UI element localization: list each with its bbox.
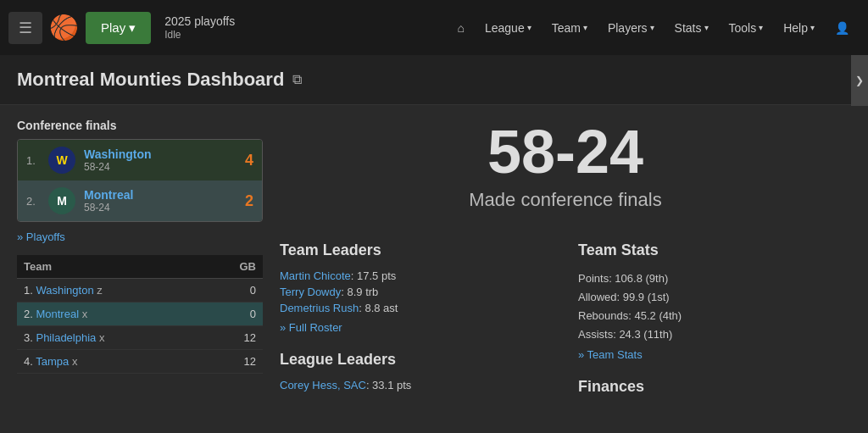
nav-links: ⌂ League ▾ Team ▾ Players ▾ Stats ▾ Tool… (448, 0, 860, 55)
nav-home[interactable]: ⌂ (448, 0, 475, 55)
big-record-section: 58-24 Made conference finals (280, 119, 851, 225)
team-stat-line: Assists: 24.3 (11th) (578, 325, 851, 344)
play-button[interactable]: Play (86, 12, 151, 44)
standings-gb-cell: 0 (203, 279, 263, 303)
main-content: Conference finals 1. W Washington 58-24 … (0, 105, 868, 409)
conf-rank-2: 2. (26, 195, 40, 208)
leader-stat: : 17.5 pts (351, 269, 396, 282)
center-column: 58-24 Made conference finals Team Leader… (280, 119, 851, 396)
season-title: 2025 playoffs (164, 14, 235, 29)
standings-team-link[interactable]: Washington (36, 284, 93, 297)
leader-name-link[interactable]: Terry Dowdy (280, 286, 341, 298)
team-stats-link[interactable]: » Team Stats (578, 348, 851, 361)
sidebar-toggle[interactable]: ❯ (851, 55, 868, 106)
hamburger-icon: ☰ (19, 19, 32, 36)
montreal-logo: M (48, 187, 75, 214)
standings-row: 1. Washington z 0 (17, 279, 263, 303)
standings-gb-cell: 12 (203, 350, 263, 374)
leader-line: Terry Dowdy: 8.9 trb (280, 286, 553, 298)
user-icon: 👤 (835, 21, 849, 35)
external-link-icon[interactable]: ⧉ (292, 72, 302, 87)
conf-record-1: 58-24 (84, 161, 228, 173)
basketball-icon: 🏀 (49, 14, 79, 42)
league-leader-stat: : 33.1 pts (366, 379, 411, 391)
standings-gb-cell: 0 (203, 303, 263, 326)
home-icon: ⌂ (458, 21, 465, 35)
record-subtitle: Made conference finals (280, 189, 851, 211)
team-leaders-section: Team Leaders Martin Chicote: 17.5 ptsTer… (280, 241, 553, 395)
nav-league[interactable]: League ▾ (475, 0, 542, 55)
team-stats-heading: Team Stats (578, 241, 851, 259)
season-subtitle: Idle (164, 29, 235, 42)
team-stat-line: Points: 106.8 (9th) (578, 269, 851, 288)
standings-row: 2. Montreal x 0 (17, 303, 263, 326)
standings-team-link[interactable]: Philadelphia (36, 331, 96, 344)
standings-team-cell: 3. Philadelphia x (17, 326, 203, 350)
conf-team-name-1: Washington (84, 147, 228, 161)
standings-team-cell: 1. Washington z (17, 279, 203, 303)
page-header: Montreal Mounties Dashboard ⧉ (0, 55, 868, 105)
standings-table: Team GB 1. Washington z 0 2. Montreal x … (17, 255, 263, 374)
conf-score-1: 4 (236, 152, 253, 169)
full-roster-link[interactable]: » Full Roster (280, 321, 342, 334)
conf-team-info-2: Montreal 58-24 (84, 188, 228, 214)
conf-row-2: 2. M Montreal 58-24 2 (18, 180, 262, 221)
team-leaders-heading: Team Leaders (280, 241, 553, 259)
standings-row: 4. Tampa x 12 (17, 350, 263, 374)
league-leaders-heading: League Leaders (280, 351, 553, 369)
conference-box: 1. W Washington 58-24 4 2. M Montreal 5 (17, 139, 263, 222)
conf-team-info-1: Washington 58-24 (84, 147, 228, 173)
league-leader-line: Corey Hess, SAC: 33.1 pts (280, 379, 553, 391)
team-stats-section: Team Stats Points: 106.8 (9th)Allowed: 9… (578, 241, 851, 395)
nav-help[interactable]: Help ▾ (773, 0, 825, 55)
leader-stat: : 8.9 trb (341, 286, 378, 298)
hamburger-button[interactable]: ☰ (8, 12, 42, 44)
standings-team-cell: 4. Tampa x (17, 350, 203, 374)
nav-team[interactable]: Team ▾ (542, 0, 598, 55)
nav-user[interactable]: 👤 (825, 0, 860, 55)
leader-name-link[interactable]: Martin Chicote (280, 269, 351, 282)
playoffs-link[interactable]: » Playoffs (17, 230, 263, 243)
nav-players[interactable]: Players ▾ (598, 0, 665, 55)
league-leader-link[interactable]: Corey Hess, SAC (280, 379, 366, 391)
two-col-grid: Team Leaders Martin Chicote: 17.5 ptsTer… (280, 241, 851, 395)
season-info: 2025 playoffs Idle (164, 14, 235, 42)
team-stat-line: Allowed: 99.9 (1st) (578, 288, 851, 307)
standings-gb-header: GB (203, 255, 263, 279)
standings-gb-cell: 12 (203, 326, 263, 350)
conf-score-2: 2 (236, 192, 253, 210)
page-title: Montreal Mounties Dashboard (17, 69, 284, 91)
team-stat-line: Rebounds: 45.2 (4th) (578, 307, 851, 325)
team-stats-list: Points: 106.8 (9th)Allowed: 99.9 (1st)Re… (578, 269, 851, 344)
leader-stat: : 8.8 ast (359, 302, 398, 314)
team-leaders-list: Martin Chicote: 17.5 ptsTerry Dowdy: 8.9… (280, 269, 553, 314)
finances-heading: Finances (578, 378, 851, 396)
standings-team-header: Team (17, 255, 203, 279)
conference-section-title: Conference finals (17, 119, 263, 132)
standings-team-link[interactable]: Montreal (36, 308, 79, 320)
montreal-link[interactable]: Montreal (84, 188, 133, 202)
standings-row: 3. Philadelphia x 12 (17, 326, 263, 350)
big-record: 58-24 (280, 119, 851, 186)
navbar: ☰ 🏀 Play 2025 playoffs Idle ⌂ League ▾ T… (0, 0, 868, 55)
washington-link[interactable]: Washington (84, 147, 152, 161)
leader-name-link[interactable]: Demetrius Rush (280, 302, 359, 314)
conf-row-1: 1. W Washington 58-24 4 (18, 140, 262, 180)
nav-stats[interactable]: Stats ▾ (665, 0, 719, 55)
standings-team-cell: 2. Montreal x (17, 303, 203, 326)
conf-record-2: 58-24 (84, 202, 228, 214)
left-column: Conference finals 1. W Washington 58-24 … (17, 119, 263, 396)
league-leaders-list: Corey Hess, SAC: 33.1 pts (280, 379, 553, 391)
leader-line: Martin Chicote: 17.5 pts (280, 269, 553, 282)
nav-tools[interactable]: Tools ▾ (719, 0, 774, 55)
leader-line: Demetrius Rush: 8.8 ast (280, 302, 553, 314)
washington-logo: W (48, 147, 75, 174)
conf-rank-1: 1. (26, 154, 40, 167)
standings-team-link[interactable]: Tampa (36, 355, 69, 368)
conf-team-name-2: Montreal (84, 188, 228, 202)
